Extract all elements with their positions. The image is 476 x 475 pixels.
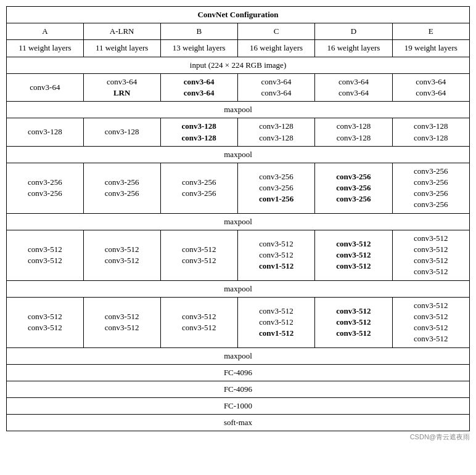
col-header-E: E (392, 23, 469, 40)
cell-0-2: conv3-64conv3-64 (160, 73, 237, 101)
data-row-2: conv3-128conv3-128conv3-128conv3-128conv… (7, 118, 470, 146)
cell-8-3: conv3-512conv3-512conv1-512 (237, 297, 314, 347)
title-row: ConvNet Configuration (7, 7, 470, 23)
cell-0-3: conv3-64conv3-64 (237, 73, 314, 101)
cell-6-3: conv3-512conv3-512conv1-512 (237, 230, 314, 280)
table-title: ConvNet Configuration (7, 7, 470, 23)
span-row-1: maxpool (7, 102, 470, 118)
table-wrapper: ConvNet Configuration AA-LRNBCDE 11 weig… (6, 6, 470, 442)
weight-header-1: 11 weight layers (83, 40, 160, 57)
span-cell-7: maxpool (7, 280, 470, 297)
cell-2-0: conv3-128 (7, 118, 84, 146)
cell-2-1: conv3-128 (83, 118, 160, 146)
col-header-D: D (315, 23, 392, 40)
cell-0-0: conv3-64 (7, 73, 84, 101)
input-row: input (224 × 224 RGB image) (7, 57, 470, 73)
cell-8-0: conv3-512conv3-512 (7, 297, 84, 347)
weight-header-3: 16 weight layers (237, 40, 314, 57)
span-cell-13: soft-max (7, 415, 470, 431)
watermark: CSDN@青云遮夜雨 (6, 431, 470, 442)
cell-6-2: conv3-512conv3-512 (160, 230, 237, 280)
cell-4-3: conv3-256conv3-256conv1-256 (237, 163, 314, 213)
cell-6-0: conv3-512conv3-512 (7, 230, 84, 280)
span-row-13: soft-max (7, 415, 470, 431)
cell-0-5: conv3-64conv3-64 (392, 73, 469, 101)
cell-6-1: conv3-512conv3-512 (83, 230, 160, 280)
cell-4-2: conv3-256conv3-256 (160, 163, 237, 213)
span-row-7: maxpool (7, 280, 470, 297)
span-row-3: maxpool (7, 146, 470, 163)
col-header-C: C (237, 23, 314, 40)
cell-8-2: conv3-512conv3-512 (160, 297, 237, 347)
col-header-A-LRN: A-LRN (83, 23, 160, 40)
cell-2-5: conv3-128conv3-128 (392, 118, 469, 146)
data-row-4: conv3-256conv3-256conv3-256conv3-256conv… (7, 163, 470, 213)
span-row-10: FC-4096 (7, 364, 470, 381)
span-cell-12: FC-1000 (7, 398, 470, 415)
cell-6-5: conv3-512conv3-512conv3-512conv3-512 (392, 230, 469, 280)
weight-header-0: 11 weight layers (7, 40, 84, 57)
span-cell-5: maxpool (7, 213, 470, 230)
cell-8-4: conv3-512conv3-512conv3-512 (315, 297, 392, 347)
span-row-5: maxpool (7, 213, 470, 230)
weight-layers-row: 11 weight layers11 weight layers13 weigh… (7, 40, 470, 57)
data-row-0: conv3-64conv3-64LRNconv3-64conv3-64conv3… (7, 73, 470, 101)
span-cell-10: FC-4096 (7, 364, 470, 381)
span-row-12: FC-1000 (7, 398, 470, 415)
cell-2-4: conv3-128conv3-128 (315, 118, 392, 146)
cell-0-1: conv3-64LRN (83, 73, 160, 101)
data-row-6: conv3-512conv3-512conv3-512conv3-512conv… (7, 230, 470, 280)
cell-6-4: conv3-512conv3-512conv3-512 (315, 230, 392, 280)
span-cell-9: maxpool (7, 347, 470, 364)
weight-header-4: 16 weight layers (315, 40, 392, 57)
weight-header-5: 19 weight layers (392, 40, 469, 57)
span-cell-11: FC-4096 (7, 381, 470, 397)
column-names-row: AA-LRNBCDE (7, 23, 470, 40)
data-row-8: conv3-512conv3-512conv3-512conv3-512conv… (7, 297, 470, 347)
cell-8-5: conv3-512conv3-512conv3-512conv3-512 (392, 297, 469, 347)
cell-4-5: conv3-256conv3-256conv3-256conv3-256 (392, 163, 469, 213)
cell-0-4: conv3-64conv3-64 (315, 73, 392, 101)
cell-4-0: conv3-256conv3-256 (7, 163, 84, 213)
cell-2-2: conv3-128conv3-128 (160, 118, 237, 146)
span-row-11: FC-4096 (7, 381, 470, 397)
cell-4-1: conv3-256conv3-256 (83, 163, 160, 213)
col-header-B: B (160, 23, 237, 40)
span-cell-3: maxpool (7, 146, 470, 163)
input-label: input (224 × 224 RGB image) (7, 57, 470, 73)
convnet-table: ConvNet Configuration AA-LRNBCDE 11 weig… (6, 6, 470, 431)
span-row-9: maxpool (7, 347, 470, 364)
weight-header-2: 13 weight layers (160, 40, 237, 57)
col-header-A: A (7, 23, 84, 40)
cell-2-3: conv3-128conv3-128 (237, 118, 314, 146)
span-cell-1: maxpool (7, 102, 470, 118)
cell-8-1: conv3-512conv3-512 (83, 297, 160, 347)
cell-4-4: conv3-256conv3-256conv3-256 (315, 163, 392, 213)
